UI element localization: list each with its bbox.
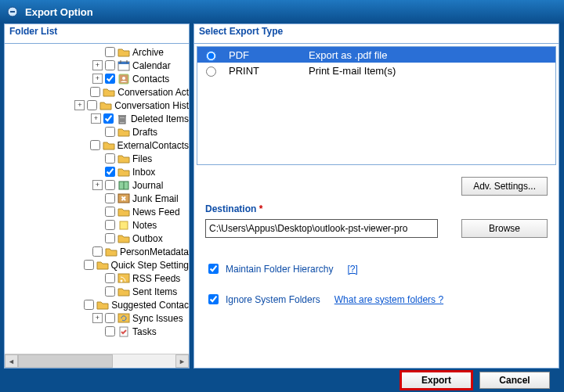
scroll-left-button[interactable]: ◄ [5, 354, 18, 368]
tree-item[interactable]: +Conversation Hist [6, 99, 189, 112]
ignore-system-folders-checkbox[interactable] [208, 294, 219, 304]
tree-item-checkbox[interactable] [105, 47, 115, 57]
tree-item-label: Suggested Contac [111, 300, 189, 311]
tree-item-checkbox[interactable] [103, 113, 114, 124]
ignore-system-folders-option[interactable]: Ignore System Folders [205, 292, 320, 307]
tree-item[interactable]: Notes [6, 218, 189, 232]
tree-item-checkbox[interactable] [90, 140, 100, 150]
tree-item[interactable]: Tasks [6, 325, 189, 338]
tree-item[interactable]: +Deleted Items [6, 112, 189, 125]
tree-item[interactable]: Sent Items [6, 285, 189, 298]
expand-toggle[interactable]: + [74, 100, 85, 110]
tree-item[interactable]: Inbox [6, 165, 189, 178]
tree-item[interactable]: +Calendar [6, 59, 189, 72]
junk-icon: ✖ [118, 192, 130, 205]
tree-item-checkbox[interactable] [87, 100, 97, 110]
folder-icon [96, 299, 109, 311]
export-type-name: PRINT [224, 63, 304, 78]
tree-item-checkbox[interactable] [105, 313, 115, 323]
export-option-window: Export Option Folder List Archive+Calend… [0, 0, 564, 392]
tree-item[interactable]: Conversation Act [6, 85, 189, 99]
tree-item-checkbox[interactable] [105, 127, 115, 137]
tree-item-label: Sent Items [132, 286, 177, 297]
tree-item-label: News Feed [132, 207, 180, 218]
tree-item[interactable]: +Sync Issues [6, 311, 189, 325]
cancel-button[interactable]: Cancel [479, 372, 550, 389]
export-type-radio[interactable] [206, 67, 216, 77]
expand-toggle[interactable]: + [92, 180, 103, 190]
tree-item-checkbox[interactable] [105, 193, 115, 203]
tree-item-checkbox[interactable] [84, 300, 94, 310]
window-title: Export Option [25, 6, 93, 18]
destination-input[interactable] [205, 219, 438, 238]
folder-icon [105, 246, 118, 258]
tree-item-checkbox[interactable] [105, 180, 115, 190]
tree-item-checkbox[interactable] [105, 220, 115, 230]
tree-item-checkbox[interactable] [105, 153, 115, 164]
export-type-row[interactable]: PDFExport as .pdf file [197, 47, 555, 63]
folder-icon [103, 86, 115, 99]
expand-toggle[interactable]: + [92, 313, 103, 323]
expand-toggle[interactable]: + [92, 60, 103, 70]
tree-item-checkbox[interactable] [84, 260, 94, 270]
tree-item-checkbox[interactable] [105, 273, 115, 283]
export-type-list: PDFExport as .pdf filePRINTPrint E-mail … [197, 46, 556, 165]
tasks-icon [118, 325, 130, 338]
maintain-hierarchy-checkbox[interactable] [208, 264, 219, 274]
contacts-icon [118, 73, 130, 85]
tree-item[interactable]: Files [6, 152, 189, 165]
browse-button[interactable]: Browse [461, 219, 548, 238]
tree-item-checkbox[interactable] [90, 87, 100, 97]
tree-item[interactable]: ExternalContacts [6, 138, 189, 152]
ignore-system-folders-label: Ignore System Folders [226, 294, 320, 305]
tree-item[interactable]: +Contacts [6, 72, 189, 85]
tree-item[interactable]: Drafts [6, 125, 189, 138]
tree-item-checkbox[interactable] [105, 74, 115, 84]
tree-item-checkbox[interactable] [105, 286, 115, 297]
export-type-panel: Select Export Type PDFExport as .pdf fil… [193, 23, 559, 369]
svg-rect-17 [120, 221, 128, 229]
footer-bar: Export Cancel [0, 369, 564, 392]
maintain-hierarchy-label: Maintain Folder Hierarchy [226, 264, 333, 275]
outbox-icon [118, 232, 130, 245]
folder-tree[interactable]: Archive+Calendar+ContactsConversation Ac… [5, 44, 189, 354]
adv-settings-button[interactable]: Adv. Settings... [461, 177, 548, 196]
system-folders-help-link[interactable]: What are system folders ? [334, 294, 443, 305]
tree-item-label: Quick Step Setting [111, 260, 189, 271]
tree-item-checkbox[interactable] [92, 246, 103, 257]
folder-icon [96, 259, 109, 272]
tree-item[interactable]: +Journal [6, 178, 189, 192]
export-type-row[interactable]: PRINTPrint E-mail Item(s) [197, 63, 555, 78]
folder-icon [103, 139, 115, 152]
tree-item[interactable]: ✖Junk Email [6, 192, 189, 205]
scroll-thumb[interactable] [18, 354, 113, 368]
maintain-hierarchy-help-link[interactable]: [?] [347, 264, 357, 275]
export-button[interactable]: Export [401, 372, 472, 389]
folder-icon [99, 99, 112, 112]
maintain-hierarchy-option[interactable]: Maintain Folder Hierarchy [205, 261, 333, 276]
tree-item[interactable]: RSS Feeds [6, 272, 189, 285]
tree-item[interactable]: Archive [6, 45, 189, 59]
tree-item-checkbox[interactable] [105, 167, 115, 177]
tree-item[interactable]: News Feed [6, 205, 189, 218]
svg-rect-1 [10, 11, 15, 13]
tree-item-checkbox[interactable] [105, 207, 115, 217]
expand-toggle[interactable]: + [91, 113, 101, 124]
inbox-icon [118, 166, 130, 178]
svg-text:✖: ✖ [121, 195, 127, 203]
expand-toggle[interactable]: + [92, 74, 103, 84]
svg-rect-20 [118, 314, 129, 322]
tree-item-checkbox[interactable] [105, 326, 115, 336]
tree-item-checkbox[interactable] [105, 60, 115, 70]
scroll-right-button[interactable]: ► [175, 354, 189, 368]
tree-item[interactable]: PersonMetadata [6, 245, 189, 258]
tree-item-label: Journal [132, 180, 163, 191]
tree-item[interactable]: Outbox [6, 232, 189, 245]
tree-item[interactable]: Suggested Contac [6, 298, 189, 311]
tree-item[interactable]: Quick Step Setting [6, 258, 189, 272]
tree-item-label: Conversation Hist [114, 100, 189, 111]
tree-item-checkbox[interactable] [105, 233, 115, 243]
sent-icon [118, 286, 130, 298]
horizontal-scrollbar[interactable]: ◄ ► [5, 354, 189, 368]
export-type-radio[interactable] [206, 51, 216, 61]
